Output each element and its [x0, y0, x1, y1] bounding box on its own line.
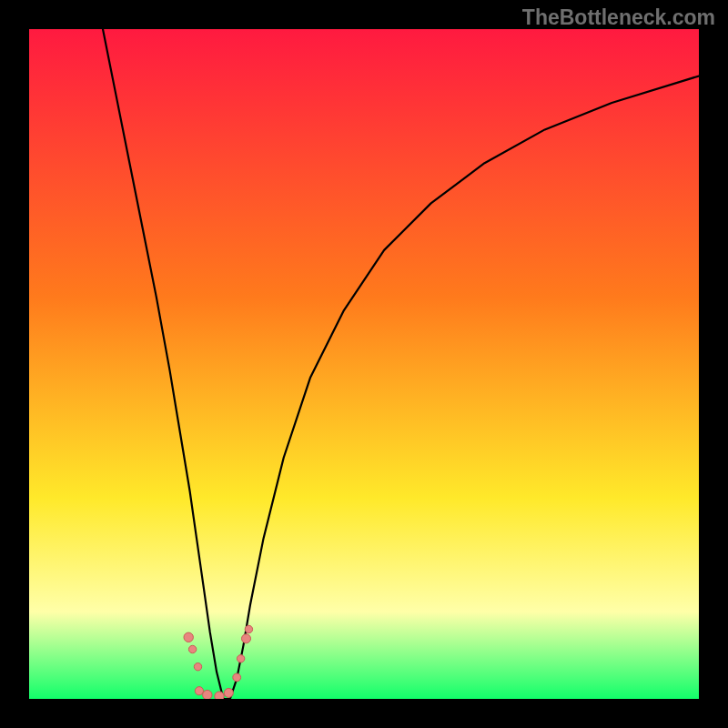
curve-marker [242, 634, 251, 643]
plot-area [29, 29, 699, 699]
curve-marker [195, 687, 203, 695]
curve-marker [188, 645, 196, 652]
gradient-background [29, 29, 699, 699]
chart-frame: TheBottleneck.com [0, 0, 728, 728]
curve-marker [233, 673, 241, 682]
curve-marker [237, 655, 244, 662]
curve-marker [215, 692, 224, 699]
watermark-text: TheBottleneck.com [522, 5, 715, 30]
curve-marker [194, 663, 201, 671]
curve-marker [203, 690, 212, 699]
curve-marker [245, 625, 252, 632]
chart-svg [29, 29, 699, 699]
curve-marker [224, 688, 233, 697]
curve-marker [184, 632, 193, 642]
